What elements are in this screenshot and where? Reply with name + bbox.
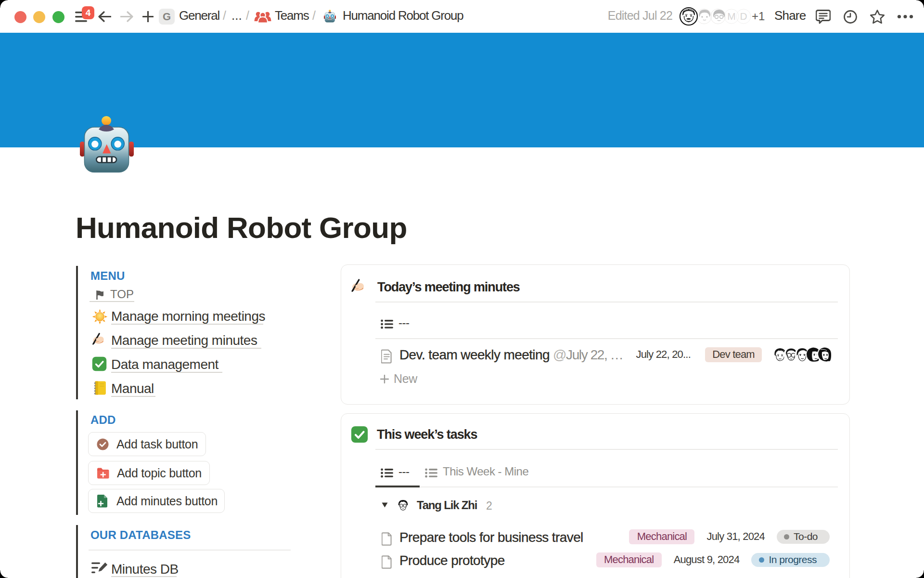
svg-text:M: M xyxy=(727,11,736,22)
svg-text:D: D xyxy=(740,11,747,22)
